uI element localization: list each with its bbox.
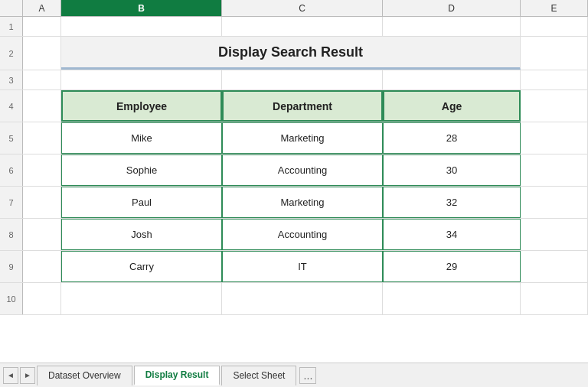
row-header-3: 3 bbox=[0, 70, 23, 89]
row-header-5: 5 bbox=[0, 122, 23, 154]
cell-c6[interactable]: Accounting bbox=[222, 154, 383, 186]
table-row: 5 Mike Marketing 28 bbox=[0, 122, 588, 154]
cell-a8[interactable] bbox=[23, 219, 61, 250]
row-header-7: 7 bbox=[0, 187, 23, 218]
col-header-c: C bbox=[222, 0, 383, 16]
cell-e3[interactable] bbox=[521, 70, 588, 89]
row-header-4: 4 bbox=[0, 90, 23, 122]
cell-e2[interactable] bbox=[521, 37, 588, 70]
table-row: 9 Carry IT 29 bbox=[0, 251, 588, 283]
row-header-2: 2 bbox=[0, 37, 23, 70]
tab-dataset-overview[interactable]: Dataset Overview bbox=[37, 366, 132, 385]
cell-b3[interactable] bbox=[61, 70, 222, 89]
cell-c3[interactable] bbox=[222, 70, 383, 89]
tab-nav-prev[interactable]: ◄ bbox=[3, 367, 18, 384]
col-header-a: A bbox=[23, 0, 61, 16]
table-row: 7 Paul Marketing 32 bbox=[0, 187, 588, 219]
cell-a1[interactable] bbox=[23, 17, 61, 36]
tab-select-sheet[interactable]: Select Sheet bbox=[221, 366, 296, 385]
cell-a9[interactable] bbox=[23, 251, 61, 282]
table-row: 8 Josh Accounting 34 bbox=[0, 219, 588, 251]
cell-b8[interactable]: Josh bbox=[61, 219, 222, 250]
tab-more-button[interactable]: ... bbox=[299, 367, 316, 384]
col-department-header[interactable]: Department bbox=[222, 90, 383, 122]
cell-a4[interactable] bbox=[23, 90, 61, 122]
row-1: 1 bbox=[0, 17, 588, 37]
row-header-6: 6 bbox=[0, 154, 23, 186]
col-header-d: D bbox=[383, 0, 521, 16]
cell-d8[interactable]: 34 bbox=[383, 219, 521, 250]
cell-d10[interactable] bbox=[383, 283, 521, 314]
cell-c9[interactable]: IT bbox=[222, 251, 383, 282]
cell-e5[interactable] bbox=[521, 122, 588, 154]
cell-d9[interactable]: 29 bbox=[383, 251, 521, 282]
cell-d6[interactable]: 30 bbox=[383, 154, 521, 186]
cell-b1[interactable] bbox=[61, 17, 222, 36]
cell-c5[interactable]: Marketing bbox=[222, 122, 383, 154]
cell-c7[interactable]: Marketing bbox=[222, 187, 383, 218]
cell-c8[interactable]: Accounting bbox=[222, 219, 383, 250]
title-cell[interactable]: Display Search Result bbox=[61, 37, 521, 70]
cell-a6[interactable] bbox=[23, 154, 61, 186]
cell-d5[interactable]: 28 bbox=[383, 122, 521, 154]
row-header-10: 10 bbox=[0, 283, 23, 314]
col-header-b: B bbox=[61, 0, 222, 16]
cell-d7[interactable]: 32 bbox=[383, 187, 521, 218]
cell-a2[interactable] bbox=[23, 37, 61, 70]
row-header-9: 9 bbox=[0, 251, 23, 282]
cell-e10[interactable] bbox=[521, 283, 588, 314]
cell-e1[interactable] bbox=[521, 17, 588, 36]
table-row: 6 Sophie Accounting 30 bbox=[0, 154, 588, 187]
row-3: 3 bbox=[0, 70, 588, 90]
col-age-header[interactable]: Age bbox=[383, 90, 521, 122]
cell-a7[interactable] bbox=[23, 187, 61, 218]
corner-cell bbox=[0, 0, 23, 16]
cell-e6[interactable] bbox=[521, 154, 588, 186]
cell-e9[interactable] bbox=[521, 251, 588, 282]
cell-b10[interactable] bbox=[61, 283, 222, 314]
cell-b9[interactable]: Carry bbox=[61, 251, 222, 282]
cell-c10[interactable] bbox=[222, 283, 383, 314]
row-10: 10 bbox=[0, 283, 588, 315]
cell-a3[interactable] bbox=[23, 70, 61, 89]
tab-nav-next[interactable]: ► bbox=[20, 367, 35, 384]
cell-b7[interactable]: Paul bbox=[61, 187, 222, 218]
column-headers: A B C D E bbox=[0, 0, 588, 17]
cell-e8[interactable] bbox=[521, 219, 588, 250]
cell-d1[interactable] bbox=[383, 17, 521, 36]
cell-a5[interactable] bbox=[23, 122, 61, 154]
row-2: 2 Display Search Result bbox=[0, 37, 588, 70]
grid-body: 1 2 Display Search Result 3 4 E bbox=[0, 17, 588, 363]
cell-e7[interactable] bbox=[521, 187, 588, 218]
cell-b5[interactable]: Mike bbox=[61, 122, 222, 154]
cell-e4[interactable] bbox=[521, 90, 588, 122]
col-employee-header[interactable]: Employee bbox=[61, 90, 222, 122]
tab-display-result[interactable]: Display Result bbox=[134, 366, 220, 385]
col-header-e: E bbox=[521, 0, 588, 16]
cell-c1[interactable] bbox=[222, 17, 383, 36]
row-header-8: 8 bbox=[0, 219, 23, 250]
tab-bar: ◄ ► Dataset Overview Display Result Sele… bbox=[0, 363, 588, 387]
cell-b6[interactable]: Sophie bbox=[61, 154, 222, 186]
table-header-row: 4 Employee Department Age bbox=[0, 90, 588, 122]
cell-a10[interactable] bbox=[23, 283, 61, 314]
cell-d3[interactable] bbox=[383, 70, 521, 89]
spreadsheet: A B C D E 1 2 Display Search Result 3 bbox=[0, 0, 588, 363]
row-header-1: 1 bbox=[0, 17, 23, 36]
